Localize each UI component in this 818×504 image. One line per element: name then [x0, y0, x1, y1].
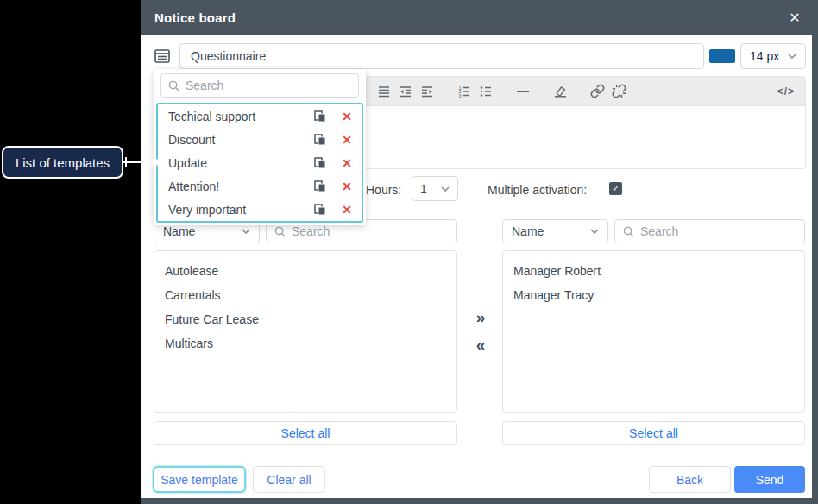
- unordered-list-icon[interactable]: [475, 81, 496, 102]
- template-row[interactable]: Update ✕: [158, 151, 362, 174]
- delete-icon[interactable]: ✕: [342, 134, 352, 146]
- send-button[interactable]: Send: [734, 466, 805, 493]
- hours-label: Hours:: [366, 183, 401, 197]
- template-name: Techical support: [168, 110, 314, 123]
- subject-input[interactable]: [179, 43, 704, 69]
- move-right-button[interactable]: »: [470, 307, 491, 328]
- svg-text:3: 3: [459, 92, 462, 98]
- delete-icon[interactable]: ✕: [342, 204, 352, 216]
- search-icon: [274, 226, 286, 237]
- annotation-connector-line: [123, 161, 154, 163]
- notice-board-dialog: Notice board ✕ 14 px: [141, 0, 818, 504]
- copy-icon[interactable]: [314, 180, 326, 192]
- templates-list: Techical support ✕ Discount ✕ Update ✕: [156, 103, 363, 223]
- template-row[interactable]: Attention! ✕: [158, 174, 362, 198]
- target-list-panel: Manager Robert Manager Tracy: [502, 250, 805, 413]
- template-row[interactable]: Discount ✕: [158, 128, 362, 151]
- horizontal-rule-icon[interactable]: [513, 81, 533, 102]
- templates-search[interactable]: [160, 73, 359, 98]
- eraser-icon[interactable]: [550, 81, 570, 102]
- chevron-down-icon: [788, 54, 796, 59]
- list-item[interactable]: Autolease: [154, 259, 456, 283]
- close-icon[interactable]: ✕: [784, 0, 805, 35]
- left-search-input[interactable]: [292, 224, 449, 238]
- dialog-header: Notice board ✕: [141, 0, 818, 35]
- search-icon: [168, 80, 179, 91]
- indent-decrease-icon[interactable]: [395, 81, 416, 102]
- template-row[interactable]: Techical support ✕: [158, 104, 362, 128]
- list-item[interactable]: Future Car Lease: [154, 307, 456, 331]
- right-search[interactable]: [614, 219, 805, 243]
- copy-icon[interactable]: [314, 157, 326, 169]
- dialog-body: 14 px 123: [141, 35, 812, 498]
- chevron-down-icon: [242, 229, 250, 234]
- list-item[interactable]: Manager Tracy: [503, 283, 804, 307]
- text-color-swatch[interactable]: [709, 49, 735, 63]
- right-filter-value: Name: [512, 224, 544, 238]
- move-left-button[interactable]: «: [470, 335, 491, 356]
- chevron-down-icon: [590, 229, 599, 234]
- copy-icon[interactable]: [314, 204, 326, 216]
- list-item[interactable]: Carrentals: [154, 283, 456, 307]
- delete-icon[interactable]: ✕: [342, 157, 352, 169]
- link-icon[interactable]: [587, 81, 607, 102]
- left-filter-value: Name: [163, 224, 195, 238]
- hours-select[interactable]: 1: [412, 176, 458, 201]
- back-button[interactable]: Back: [649, 466, 731, 493]
- delete-icon[interactable]: ✕: [342, 110, 352, 123]
- font-size-value: 14 px: [750, 49, 779, 63]
- annotation-connector-dot: [152, 159, 159, 166]
- code-view-icon[interactable]: </>: [777, 85, 795, 98]
- list-item[interactable]: Manager Robert: [503, 259, 804, 283]
- indent-increase-icon[interactable]: [417, 81, 437, 102]
- list-item[interactable]: Multicars: [154, 331, 456, 356]
- chevron-down-icon: [441, 186, 450, 192]
- templates-dropdown: Techical support ✕ Discount ✕ Update ✕: [154, 69, 366, 225]
- screenshot-canvas: Notice board ✕ 14 px: [0, 0, 818, 504]
- font-size-select[interactable]: 14 px: [740, 43, 806, 69]
- annotation-connector-tick: [125, 157, 127, 167]
- delete-icon[interactable]: ✕: [342, 180, 352, 192]
- template-name: Discount: [168, 133, 314, 147]
- hours-value: 1: [420, 182, 427, 196]
- left-select-all-button[interactable]: Select all: [154, 421, 457, 445]
- template-row[interactable]: Very important ✕: [158, 198, 362, 221]
- right-filter-select[interactable]: Name: [502, 219, 608, 243]
- template-name: Attention!: [168, 180, 314, 193]
- right-search-input[interactable]: [640, 224, 796, 238]
- clear-all-button[interactable]: Clear all: [253, 466, 325, 493]
- right-select-all-button[interactable]: Select all: [502, 421, 805, 445]
- multiple-activation-checkbox[interactable]: ✓: [609, 182, 622, 195]
- templates-search-input[interactable]: [186, 79, 351, 92]
- unlink-icon[interactable]: [608, 81, 629, 102]
- save-template-button[interactable]: Save template: [153, 466, 246, 493]
- align-justify-icon[interactable]: [374, 81, 394, 102]
- source-list-panel: Autolease Carrentals Future Car Lease Mu…: [154, 250, 457, 413]
- template-name: Update: [168, 156, 314, 170]
- annotation-callout: List of templates: [2, 146, 123, 179]
- copy-icon[interactable]: [314, 110, 326, 123]
- template-icon[interactable]: [154, 47, 171, 65]
- search-icon: [623, 226, 634, 237]
- multiple-activation-label: Multiple activation:: [488, 183, 587, 197]
- dialog-title: Notice board: [154, 10, 236, 25]
- ordered-list-icon[interactable]: 123: [454, 81, 475, 102]
- copy-icon[interactable]: [314, 134, 326, 146]
- template-name: Very important: [168, 203, 314, 217]
